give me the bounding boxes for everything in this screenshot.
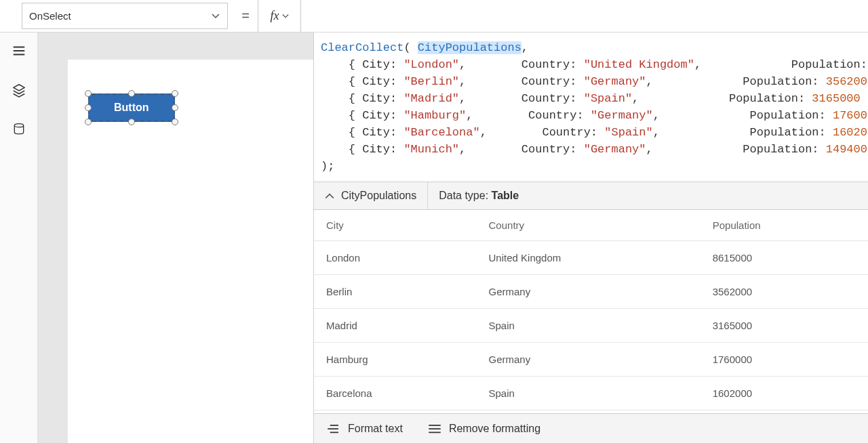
result-type-section: Data type: Table [428,182,530,209]
fx-button[interactable]: fx [258,0,301,32]
table-cell: 1760000 [701,343,868,377]
column-header[interactable]: City [314,210,477,241]
resize-handle-r[interactable] [172,104,178,111]
result-name: CityPopulations [341,190,416,202]
svg-point-0 [14,124,23,127]
screen-canvas[interactable]: Button [68,60,313,443]
resize-handle-t[interactable] [128,90,135,97]
resize-handle-tr[interactable] [172,90,178,97]
chevron-down-icon [282,13,289,20]
data-type-label: Data type: [439,190,491,201]
table-cell: London [314,241,477,275]
remove-formatting-icon [427,424,442,434]
table-cell: Germany [477,275,701,309]
button-control[interactable]: Button [88,93,175,122]
formula-bar: OnSelect = fx [0,0,868,33]
table-row[interactable]: HamburgGermany1760000 [314,343,868,377]
selected-control[interactable]: Button [88,93,175,122]
table-row[interactable]: LondonUnited Kingdom8615000 [314,241,868,275]
table-cell: 1602000 [701,377,868,410]
table-row[interactable]: BarcelonaSpain1602000 [314,377,868,410]
format-text-label: Format text [348,423,403,435]
table-row[interactable]: MadridSpain3165000 [314,309,868,343]
remove-formatting-button[interactable]: Remove formatting [427,423,540,435]
table-row[interactable]: BerlinGermany3562000 [314,275,868,309]
table-cell: Barcelona [314,377,477,410]
table-cell: Spain [477,309,701,343]
canvas-area: Button [38,33,313,443]
chevron-down-icon [211,12,220,21]
resize-handle-tl[interactable] [85,90,92,97]
fx-icon: fx [271,9,279,23]
table-cell: Berlin [314,275,477,309]
formula-footer: Format text Remove formatting [314,413,868,443]
table-cell: 8615000 [701,241,868,275]
result-name-section[interactable]: CityPopulations [314,182,427,209]
property-dropdown[interactable]: OnSelect [22,3,228,29]
chevron-up-icon [325,191,334,201]
column-header[interactable]: Population [701,210,868,241]
formula-editor[interactable]: ClearCollect( CityPopulations, { City: "… [314,33,868,182]
hamburger-icon[interactable] [12,43,26,58]
format-text-icon [326,424,341,434]
formula-bar-tail [301,0,868,32]
left-rail [0,33,38,443]
table-cell: 3165000 [701,309,868,343]
property-name: OnSelect [29,10,71,22]
equals-label: = [233,0,258,32]
resize-handle-b[interactable] [128,119,135,125]
table-cell: 3562000 [701,275,868,309]
resize-handle-l[interactable] [85,104,92,111]
data-type-value: Table [492,190,519,201]
result-table: CityCountryPopulation LondonUnited Kingd… [314,210,868,410]
remove-formatting-label: Remove formatting [449,423,540,435]
table-cell: Spain [477,377,701,410]
table-cell: Germany [477,343,701,377]
resize-handle-bl[interactable] [85,119,92,125]
layers-icon[interactable] [12,83,26,98]
result-table-wrap[interactable]: CityCountryPopulation LondonUnited Kingd… [314,210,868,413]
database-icon[interactable] [12,122,26,137]
format-text-button[interactable]: Format text [326,423,403,435]
formula-inspector: ClearCollect( CityPopulations, { City: "… [313,33,868,443]
resize-handle-br[interactable] [172,119,178,125]
column-header[interactable]: Country [477,210,701,241]
table-cell: Madrid [314,309,477,343]
result-header: CityPopulations Data type: Table [314,182,868,210]
table-cell: Hamburg [314,343,477,377]
table-cell: United Kingdom [477,241,701,275]
